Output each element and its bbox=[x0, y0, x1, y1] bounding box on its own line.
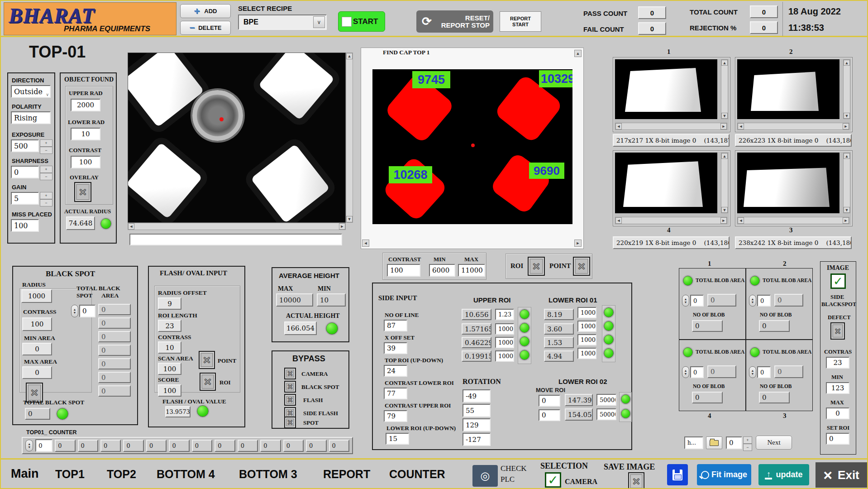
of-contrast-input[interactable]: 100 bbox=[71, 156, 100, 168]
next-button[interactable]: Next bbox=[756, 436, 792, 450]
thumb3-hscrollbar[interactable]: ◄ ► bbox=[737, 217, 849, 224]
no-of-line-input[interactable]: 87 bbox=[384, 320, 407, 331]
thumbnail-4[interactable]: ▲ ▼ ◄ ► bbox=[613, 150, 730, 226]
scroll-up-icon[interactable]: ▲ bbox=[721, 153, 728, 159]
upper-roi-r2v2[interactable]: 1000 bbox=[495, 323, 514, 335]
tab-bottom4[interactable]: BOTTOM 4 bbox=[157, 468, 215, 481]
scroll-right-icon[interactable]: ► bbox=[720, 217, 727, 224]
bypass-black-spot-toggle[interactable]: × bbox=[284, 381, 296, 393]
thumbnail-2[interactable]: ▲ ▼ ◄ ► bbox=[735, 57, 853, 132]
file-path-input[interactable]: h... bbox=[684, 436, 703, 449]
thumb4-vscrollbar[interactable]: ▲ ▼ bbox=[721, 153, 728, 213]
blob-index-stepper[interactable]: ▲▼ bbox=[682, 366, 689, 378]
upper-roi-r4v2[interactable]: 1000 bbox=[495, 350, 514, 362]
camera-vscrollbar[interactable]: ▲ ▼ bbox=[346, 53, 353, 223]
thumb3-vscrollbar[interactable]: ▲ ▼ bbox=[843, 153, 850, 213]
fo-point-toggle-button[interactable]: × bbox=[199, 351, 215, 369]
counter-index-input[interactable]: 0 bbox=[35, 439, 52, 452]
scroll-right-icon[interactable]: ► bbox=[843, 123, 849, 129]
contrast-lower-roi-input[interactable]: 77 bbox=[384, 388, 407, 399]
scroll-left-icon[interactable]: ◄ bbox=[738, 217, 744, 224]
scroll-left-icon[interactable]: ◄ bbox=[615, 217, 622, 224]
recipe-dropdown-arrow[interactable]: ∨ bbox=[313, 16, 325, 28]
thumb2-hscrollbar[interactable]: ◄ ► bbox=[737, 123, 849, 130]
findcap-scroll-right[interactable]: ► bbox=[574, 240, 582, 247]
blob-index-stepper[interactable]: ▲▼ bbox=[749, 366, 756, 378]
scroll-right-icon[interactable]: ► bbox=[720, 123, 727, 129]
blob-index-input[interactable]: 0 bbox=[757, 366, 771, 378]
add-button[interactable]: + ADD bbox=[180, 4, 231, 18]
x-off-set-input[interactable]: 39 bbox=[384, 342, 407, 354]
reset-report-stop-button[interactable]: ⟳ RESET/ REPORT STOP bbox=[416, 10, 493, 33]
upper-roi-r1v2[interactable]: 1.23 bbox=[495, 309, 514, 320]
start-button[interactable]: START bbox=[338, 11, 385, 32]
ip-min-input[interactable]: 123 bbox=[826, 382, 849, 394]
folder-browse-button[interactable] bbox=[706, 436, 722, 449]
lower-roi-updown-input[interactable]: 15 bbox=[386, 433, 409, 445]
ip-contras-input[interactable]: 23 bbox=[826, 357, 849, 369]
miss-placed-input[interactable]: 100 bbox=[11, 219, 39, 232]
polarity-dropdown[interactable]: Rising bbox=[11, 111, 51, 124]
rotation-value-2[interactable]: 55 bbox=[463, 404, 491, 417]
bs-contrass-input[interactable]: 100 bbox=[22, 317, 52, 331]
rotation-value-4[interactable]: -127 bbox=[463, 433, 491, 446]
recipe-dropdown[interactable]: BPE ∨ bbox=[238, 14, 327, 30]
scroll-left-icon[interactable]: ◄ bbox=[738, 123, 744, 129]
move-roi-input-1[interactable]: 0 bbox=[539, 395, 560, 407]
area-index-input[interactable]: 0 bbox=[79, 305, 95, 317]
thumb4-hscrollbar[interactable]: ◄ ► bbox=[615, 217, 727, 224]
overlay-toggle-button[interactable]: × bbox=[74, 182, 91, 202]
bypass-spot-toggle2[interactable]: × bbox=[284, 417, 296, 428]
score-input[interactable]: 100 bbox=[158, 384, 181, 397]
top-roi-input[interactable]: 24 bbox=[384, 365, 407, 377]
blob-index-input[interactable]: 0 bbox=[690, 366, 704, 378]
selection-camera-checkbox[interactable]: ✓ bbox=[545, 472, 561, 488]
exit-button[interactable]: × Exit bbox=[816, 462, 867, 488]
exposure-input[interactable]: 500 bbox=[11, 139, 39, 152]
findcap-scroll-left[interactable]: ◄ bbox=[362, 240, 369, 247]
check-plc-button[interactable]: ◎ bbox=[472, 465, 498, 487]
gain-input[interactable]: 5 bbox=[11, 192, 39, 205]
rotation-value-1[interactable]: -49 bbox=[463, 389, 491, 403]
max-area-input[interactable]: 0 bbox=[22, 366, 52, 379]
scan-area-input[interactable]: 100 bbox=[158, 363, 181, 375]
thumb2-vscrollbar[interactable]: ▲ ▼ bbox=[843, 59, 850, 119]
tab-bottom3[interactable]: BOTTOM 3 bbox=[239, 468, 297, 481]
tab-top1[interactable]: TOP1 bbox=[55, 468, 85, 481]
blob-index-stepper[interactable]: ▲▼ bbox=[682, 295, 689, 307]
camera-image-viewer[interactable] bbox=[128, 53, 346, 223]
bypass-camera-toggle[interactable]: × bbox=[284, 368, 296, 379]
blob-index-stepper[interactable]: ▲▼ bbox=[749, 295, 756, 307]
lower-roi02-limit-1[interactable]: 50000 bbox=[596, 394, 616, 406]
contrast-input[interactable]: 100 bbox=[387, 264, 420, 277]
scroll-right-icon[interactable]: ► bbox=[843, 217, 849, 224]
rotation-value-3[interactable]: 129 bbox=[463, 418, 491, 431]
scroll-down-icon[interactable]: ▼ bbox=[721, 113, 728, 119]
set-roi-input[interactable]: 0 bbox=[826, 433, 849, 445]
tab-top2[interactable]: TOP2 bbox=[107, 468, 136, 481]
ip-max-input[interactable]: 0 bbox=[826, 408, 849, 419]
lower-roi02-limit-2[interactable]: 50000 bbox=[596, 408, 616, 420]
point-toggle-button[interactable]: × bbox=[573, 257, 590, 276]
fit-image-button[interactable]: Fit image bbox=[697, 464, 751, 485]
move-roi-input-2[interactable]: 0 bbox=[539, 409, 560, 421]
start-checkbox[interactable] bbox=[342, 17, 352, 27]
scroll-down-icon[interactable]: ▼ bbox=[721, 207, 728, 213]
image-index-input[interactable]: 0 bbox=[726, 436, 742, 449]
scroll-up-icon[interactable]: ▲ bbox=[721, 60, 728, 66]
save-button[interactable] bbox=[667, 464, 688, 485]
max-input[interactable]: 11000 bbox=[458, 264, 485, 277]
blob-index-input[interactable]: 0 bbox=[690, 295, 704, 307]
counter-index-stepper[interactable]: ▲▼ bbox=[25, 440, 33, 451]
ah-min-input[interactable]: 10 bbox=[317, 293, 346, 307]
fo-contrass-input[interactable]: 10 bbox=[158, 341, 181, 354]
roi-length-input[interactable]: 23 bbox=[158, 320, 181, 332]
scroll-left-icon[interactable]: ◄ bbox=[615, 123, 622, 129]
scroll-up-icon[interactable]: ▲ bbox=[844, 60, 850, 66]
update-button[interactable]: ↑ update bbox=[758, 464, 809, 485]
radius-input[interactable]: 1000 bbox=[21, 289, 52, 303]
save-image-toggle-button[interactable]: × bbox=[628, 472, 644, 489]
lower-rad-input[interactable]: 10 bbox=[71, 128, 100, 140]
scroll-down-icon[interactable]: ▼ bbox=[844, 207, 850, 213]
ah-max-input[interactable]: 10000 bbox=[276, 293, 313, 307]
